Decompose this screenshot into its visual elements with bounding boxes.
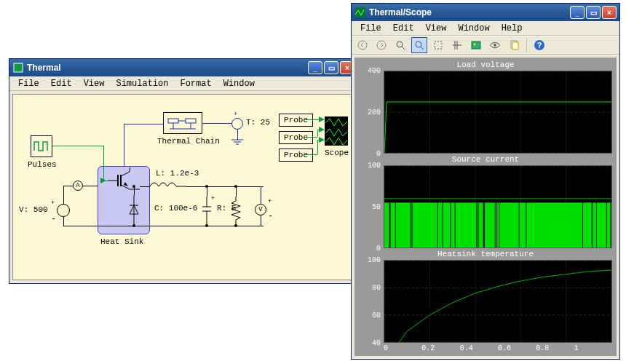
menu-help[interactable]: Help (496, 23, 528, 33)
plot-canvas[interactable] (384, 260, 612, 343)
wire (236, 186, 237, 197)
scope-plot-area: Load voltage 0200400 Source current 0501… (354, 58, 617, 356)
scope-title: Thermal/Scope (369, 7, 570, 17)
svg-rect-71 (389, 202, 389, 248)
menu-edit[interactable]: Edit (45, 79, 78, 89)
zoom-fit-icon[interactable] (430, 37, 446, 53)
wire (186, 186, 264, 187)
scope-block[interactable] (325, 116, 348, 146)
scope-window: Thermal/Scope _ ▭ × File Edit View Windo… (351, 3, 620, 360)
ammeter-block[interactable]: A (73, 181, 83, 191)
plus-icon: + (234, 111, 237, 118)
zoom-in-icon[interactable] (392, 37, 408, 53)
copy-icon[interactable] (506, 37, 522, 53)
thermal-chain-label: Thermal Chain (157, 137, 220, 146)
help-icon[interactable]: ? (531, 37, 547, 53)
svg-rect-78 (455, 202, 456, 248)
svg-point-32 (416, 41, 421, 47)
close-button[interactable]: × (602, 6, 617, 19)
svg-rect-86 (606, 202, 607, 248)
menu-simulation[interactable]: Simulation (110, 79, 174, 89)
svg-point-41 (494, 44, 496, 47)
svg-rect-76 (411, 202, 411, 248)
svg-rect-1 (168, 119, 178, 123)
temperature-source-block[interactable] (231, 118, 243, 130)
scope-titlebar[interactable]: Thermal/Scope _ ▭ × (352, 4, 619, 21)
back-icon[interactable] (354, 37, 371, 53)
thermal-menubar: File Edit View Simulation Format Window (9, 76, 357, 91)
forward-icon[interactable] (373, 37, 389, 53)
scope-label: Scope (325, 149, 349, 157)
maximize-button[interactable]: ▭ (324, 61, 338, 74)
node-icon (132, 224, 135, 227)
pulses-block[interactable] (31, 135, 52, 157)
arrow-icon (319, 116, 326, 124)
probe1-block[interactable]: Probe (279, 114, 313, 127)
igbt-icon[interactable] (108, 170, 140, 191)
menu-window[interactable]: Window (452, 23, 495, 33)
thermal-window: Thermal _ ▭ × File Edit View Simulation … (9, 58, 358, 284)
voltmeter-block[interactable]: V (255, 204, 266, 215)
inductor-icon[interactable] (150, 179, 186, 189)
svg-rect-2 (186, 119, 196, 123)
voltage-source-block[interactable] (57, 204, 70, 217)
image-icon[interactable] (468, 37, 484, 53)
node-icon (234, 185, 237, 188)
svg-rect-38 (472, 41, 480, 49)
wire (317, 130, 318, 137)
thermal-title: Thermal (27, 63, 308, 73)
probe2-block[interactable]: Probe (279, 131, 313, 144)
inductor-label: L: 1.2e-3 (156, 169, 199, 178)
svg-rect-79 (483, 202, 484, 248)
heat-sink-label: Heat Sink (100, 237, 143, 246)
plot-canvas[interactable] (384, 71, 612, 154)
menu-edit[interactable]: Edit (387, 23, 420, 33)
plus-icon: + (268, 198, 272, 205)
menu-view[interactable]: View (420, 23, 453, 33)
thermal-titlebar[interactable]: Thermal _ ▭ × (9, 59, 357, 76)
thermal-chain-block[interactable] (163, 112, 202, 134)
pulses-label: Pulses (28, 160, 57, 169)
wire (207, 186, 207, 197)
svg-rect-87 (526, 202, 526, 248)
y-axis: 0200400 (359, 71, 384, 154)
cursor-icon[interactable] (449, 37, 465, 53)
wire (83, 186, 98, 186)
menu-window[interactable]: Window (218, 79, 261, 89)
plot-canvas[interactable] (384, 165, 612, 248)
svg-rect-75 (610, 202, 611, 248)
svg-rect-80 (437, 202, 438, 248)
svg-rect-73 (450, 202, 451, 248)
menu-format[interactable]: Format (174, 79, 217, 89)
arrow-icon (99, 176, 108, 185)
svg-line-33 (421, 47, 424, 50)
minimize-button[interactable]: _ (570, 6, 585, 19)
maximize-button[interactable]: ▭ (586, 6, 601, 19)
svg-rect-65 (582, 202, 583, 248)
svg-point-30 (397, 41, 403, 47)
wire (124, 124, 124, 166)
menu-file[interactable]: File (12, 79, 45, 89)
svg-rect-66 (412, 202, 413, 248)
scope-app-icon (354, 7, 366, 18)
svg-marker-15 (124, 182, 128, 186)
svg-rect-34 (435, 41, 442, 49)
wire (103, 146, 104, 181)
diode-icon[interactable] (127, 195, 141, 224)
arrow-icon (319, 127, 326, 134)
zoom-area-icon[interactable] (411, 37, 427, 53)
svg-marker-25 (319, 127, 325, 132)
y-axis: 050100 (359, 165, 384, 248)
menu-view[interactable]: View (78, 79, 111, 89)
minus-icon: - (51, 214, 56, 224)
wire (63, 186, 64, 204)
svg-rect-83 (596, 202, 597, 248)
svg-marker-24 (319, 116, 325, 122)
schematic-canvas[interactable]: Pulses Thermal Chain T: 25 + Heat Sink (12, 94, 354, 280)
probe3-block[interactable]: Probe (279, 149, 313, 162)
minimize-button[interactable]: _ (308, 61, 322, 74)
menu-file[interactable]: File (354, 23, 387, 33)
arrow-icon (319, 137, 326, 144)
eye-icon[interactable] (487, 37, 503, 53)
node-icon (205, 185, 208, 188)
